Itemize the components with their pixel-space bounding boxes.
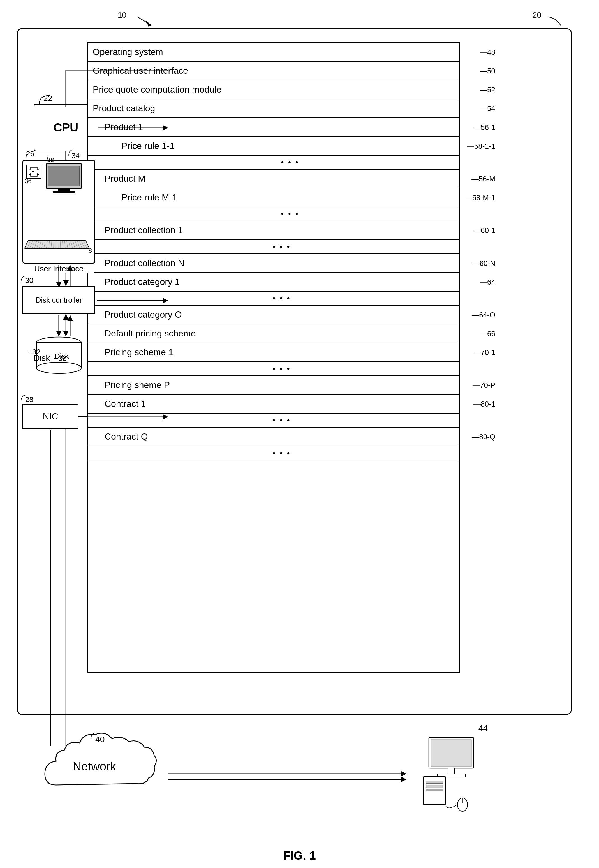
row-contract-1: Contract 1 —80-1 xyxy=(88,395,459,413)
row-dots-7: • • • xyxy=(88,446,459,460)
svg-rect-24 xyxy=(32,171,34,172)
ref-22: 22 xyxy=(44,94,52,103)
row-product-m: Product M —56-M xyxy=(88,170,459,188)
ui-label: User Interface xyxy=(23,264,95,273)
row-product-category-1: Product category 1 —64 xyxy=(88,273,459,292)
row-product-category-o: Product category O —64-O xyxy=(88,306,459,324)
row-dots-6: • • • xyxy=(88,413,459,428)
svg-rect-35 xyxy=(426,781,443,784)
row-gui: Graphical user interface —50 xyxy=(88,62,459,80)
row-pricing-scheme-1: Pricing scheme 1 —70-1 xyxy=(88,343,459,362)
ref-10: 10 xyxy=(118,11,126,20)
row-price-rule-1-1: Price rule 1-1 —58-1-1 xyxy=(88,137,459,155)
ref-40: 40 xyxy=(95,735,105,744)
network-cloud: Network 40 xyxy=(28,729,168,824)
disk-controller-box: Disk controller xyxy=(23,286,95,314)
svg-marker-18 xyxy=(401,777,406,782)
monitor-box xyxy=(46,163,82,189)
ref-44: 44 xyxy=(479,723,488,733)
nic-label: NIC xyxy=(43,411,58,422)
row-product-1: Product 1 —56-1 xyxy=(88,118,459,137)
row-dots-2: • • • xyxy=(88,207,459,221)
disk-text: Disk xyxy=(34,353,50,363)
memory-rows: Operating system —48 Graphical user inte… xyxy=(88,43,459,460)
row-pqcm: Price quote computation module —52 xyxy=(88,80,459,99)
row-price-rule-m1: Price rule M-1 —58-M-1 xyxy=(88,188,459,207)
ref-20: 20 xyxy=(533,11,541,20)
monitor-neck xyxy=(58,189,69,191)
row-contract-q: Contract Q —80-Q xyxy=(88,428,459,446)
row-product-catalog: Product catalog —54 xyxy=(88,99,459,118)
ref-30: 30 xyxy=(25,276,33,285)
svg-marker-59 xyxy=(401,771,406,777)
workstation-svg xyxy=(406,735,496,813)
svg-rect-37 xyxy=(426,789,443,791)
row-product-collection-1: Product collection 1 —60-1 xyxy=(88,221,459,240)
fig-label: FIG. 1 xyxy=(283,849,316,862)
svg-line-0 xyxy=(137,17,151,25)
svg-rect-36 xyxy=(426,785,443,788)
memory-box: Operating system —48 Graphical user inte… xyxy=(87,42,460,673)
printer-svg xyxy=(28,167,39,177)
row-operating-system: Operating system —48 xyxy=(88,43,459,62)
disk-controller-label: Disk controller xyxy=(36,296,82,304)
monitor-area: 38 xyxy=(46,163,82,193)
ref-36: 36 xyxy=(25,178,32,185)
row-default-pricing: Default pricing scheme —66 xyxy=(88,324,459,343)
row-product-collection-n: Product collection N —60-N xyxy=(88,254,459,273)
ui-inner: 36 38 8 xyxy=(23,161,95,263)
disk-ref-tilde: ~32 xyxy=(54,354,66,363)
svg-rect-22 xyxy=(30,167,37,170)
svg-rect-32 xyxy=(448,768,455,774)
row-dots-4: • • • xyxy=(88,292,459,306)
row-dots-5: • • • xyxy=(88,362,459,376)
network-label: Network xyxy=(73,760,116,773)
ref-34: 34 xyxy=(71,151,80,160)
row-dots-1: • • • xyxy=(88,155,459,170)
client-workstation: 44 xyxy=(406,735,496,819)
ui-container: 26 36 38 xyxy=(23,160,95,264)
row-dots-3: • • • xyxy=(88,240,459,254)
cpu-label: CPU xyxy=(54,121,78,134)
printer-icon xyxy=(26,165,42,179)
ref-28: 28 xyxy=(25,395,33,404)
svg-marker-1 xyxy=(146,20,151,27)
svg-point-27 xyxy=(36,362,81,374)
monitor-base xyxy=(53,191,75,193)
svg-rect-23 xyxy=(30,173,37,176)
nic-box: NIC xyxy=(23,404,78,429)
disk-label-area: Disk ~32 xyxy=(34,353,66,363)
row-pricing-scheme-p: Pricing sheme P —70-P xyxy=(88,376,459,395)
keyboard-area: 8 xyxy=(26,240,88,249)
keyboard-icon xyxy=(24,240,90,249)
svg-rect-31 xyxy=(431,740,471,767)
ref-26: 26 xyxy=(26,149,34,158)
